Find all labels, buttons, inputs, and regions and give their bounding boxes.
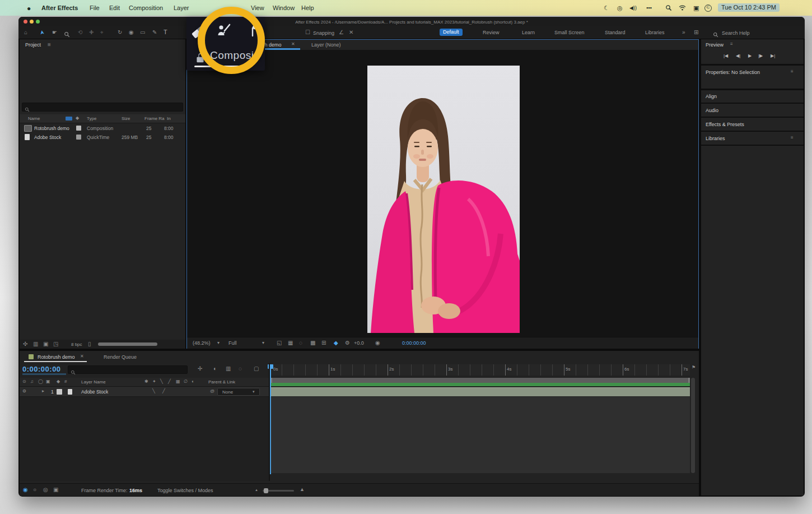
menubar-edit[interactable]: Edit (109, 5, 120, 11)
workspace-tab-learn[interactable]: Learn (522, 30, 535, 35)
label-column-icon[interactable]: ◆ (57, 379, 60, 384)
menubar-clock[interactable]: Tue Oct 10 2:43 PM (718, 3, 780, 12)
next-frame-button[interactable]: |▶ (758, 54, 763, 58)
index-column-icon[interactable]: # (64, 379, 67, 384)
show-channels-icon[interactable]: ▩ (310, 340, 315, 346)
switch-icon-3d[interactable]: ∅ (184, 379, 188, 384)
menubar-composition[interactable]: Composition (129, 5, 163, 11)
search-help-input[interactable]: Search Help (722, 31, 750, 36)
project-row-composition[interactable]: Rotobrush demo Composition 25 8:00 (20, 124, 185, 132)
composition-viewer[interactable] (187, 50, 698, 337)
parent-dropdown[interactable]: None ▾ (217, 388, 260, 396)
layer-label-chip[interactable] (57, 389, 62, 395)
libraries-menu-icon[interactable]: ≡ (791, 136, 794, 140)
parent-pickwhip-icon[interactable]: @ (210, 389, 214, 393)
properties-panel-header[interactable]: Properties: No Selection (706, 70, 760, 75)
graph-editor-icon[interactable]: ▢ (254, 366, 259, 372)
shy-layers-icon[interactable]: ◖ (213, 366, 216, 372)
previous-frame-button[interactable]: ◀| (736, 54, 740, 58)
switch-icon-motionblur[interactable]: ╱ (168, 379, 171, 384)
menubar-layer[interactable]: Layer (174, 5, 189, 11)
align-panel-header[interactable]: Align (706, 94, 717, 99)
toggle-icon-1[interactable]: ◉ (23, 487, 28, 493)
layer-name-header[interactable]: Layer Name (81, 380, 106, 385)
pixel-aspect-icon[interactable]: ⊞ (321, 340, 326, 346)
timeline-comp-tab[interactable]: Rotobrush demo (38, 355, 75, 360)
hand-tool-icon[interactable]: ☛ (52, 30, 57, 35)
layer-row[interactable]: ⊙ ▸ 1 Adobe Stock ╲ ╱ @ None ▾ (20, 387, 269, 397)
search-help-icon[interactable] (713, 30, 718, 40)
selection-tool-icon[interactable]: ➤ (39, 30, 45, 35)
eye-icon[interactable]: ⊙ (22, 379, 26, 384)
effects-presets-panel-header[interactable]: Effects & Presets (706, 122, 744, 127)
dolly-camera-tool-icon[interactable]: ⌖ (100, 30, 104, 35)
libraries-panel-header[interactable]: Libraries (706, 136, 725, 141)
gear-icon[interactable]: ⚙ (345, 340, 350, 346)
layer-name[interactable]: Adobe Stock (81, 390, 108, 395)
control-center-icon[interactable]: ◎ (617, 5, 623, 11)
wifi-icon[interactable] (679, 5, 686, 12)
viewer-timecode[interactable]: 0:00:00:00 (402, 341, 426, 346)
label-column-icon[interactable]: ◆ (76, 116, 79, 121)
new-composition-icon[interactable]: ▣ (43, 341, 48, 347)
column-frame-rate[interactable]: Frame Ra (144, 117, 165, 121)
workspace-tab-default[interactable]: Default (440, 29, 463, 36)
camera-tool-icon[interactable]: ◉ (129, 30, 134, 35)
3d-view-icon[interactable]: ◆ (334, 340, 338, 346)
timeline-search-input[interactable] (68, 365, 188, 374)
label-chip[interactable] (76, 135, 81, 140)
snap-angle-icon[interactable]: ∠ (339, 30, 344, 35)
exposure-value[interactable]: +0.0 (354, 341, 364, 346)
pan-camera-tool-icon[interactable]: ✚ (89, 30, 94, 35)
current-timecode[interactable]: 0:00:00:00 (22, 365, 61, 373)
sync-icon[interactable]: C (704, 4, 712, 12)
transparency-grid-icon[interactable]: ▦ (288, 340, 293, 346)
column-in-point[interactable]: In (167, 117, 171, 121)
project-row-footage[interactable]: Adobe Stock QuickTime 259 MB 25 8:00 (20, 133, 185, 141)
layer-switch-motionblur[interactable]: ╱ (162, 389, 165, 393)
close-tab-icon[interactable]: ✕ (291, 42, 295, 47)
toggle-icon-3[interactable]: ◎ (43, 487, 48, 493)
layer-visibility-eye-icon[interactable]: ⊙ (22, 389, 26, 393)
interpret-footage-icon[interactable]: ✣ (23, 341, 27, 347)
zoom-slider-thumb[interactable] (264, 488, 268, 493)
zoom-in-mountain-icon[interactable]: ▲ (300, 487, 305, 492)
toggle-switches-modes-button[interactable]: Toggle Switches / Modes (157, 488, 213, 493)
composition-flowchart-icon[interactable]: ✢ (198, 366, 202, 372)
vertical-scrollbar[interactable] (691, 378, 695, 473)
toggle-icon-4[interactable]: ▣ (53, 487, 58, 493)
menubar-app-name[interactable]: After Effects (41, 5, 78, 11)
column-size[interactable]: Size (122, 117, 130, 121)
project-tab[interactable]: Project (25, 43, 41, 48)
chevron-down-icon[interactable]: ▾ (262, 341, 264, 345)
color-depth-button[interactable]: 8 bpc (71, 342, 82, 347)
snapping-checkbox[interactable]: ☐ (305, 30, 310, 35)
layer-tab[interactable]: Layer (None) (311, 43, 341, 48)
pen-tool-icon[interactable]: ✎ (152, 30, 157, 35)
menubar-view[interactable]: View (251, 5, 264, 11)
chevron-down-icon[interactable]: ▾ (217, 341, 220, 345)
solo-icon[interactable]: ◯ (38, 379, 43, 384)
type-tool-icon[interactable]: T (164, 29, 167, 35)
workspace-grid-icon[interactable]: ⊞ (694, 30, 698, 35)
workspace-tab-libraries[interactable]: Libraries (645, 30, 665, 35)
dnd-moon-icon[interactable]: ☾ (604, 5, 609, 11)
column-name[interactable]: Name (28, 117, 40, 121)
close-tab-icon[interactable]: ✕ (80, 354, 84, 359)
time-ruler[interactable]: 0s 1s 2s 3s 4s 5s 6s 7s (270, 364, 690, 376)
motion-blur-icon[interactable]: ◌ (239, 366, 242, 372)
snap-close-icon[interactable]: ✕ (349, 30, 353, 35)
lock-icon[interactable]: ▣ (46, 379, 50, 384)
workspace-tab-small-screen[interactable]: Small Screen (554, 30, 585, 35)
project-search-input[interactable] (22, 103, 183, 112)
audio-icon[interactable]: ♫ (30, 379, 34, 384)
region-of-interest-icon[interactable]: ◌ (299, 340, 302, 346)
layer-switch-frameblend[interactable]: ╲ (152, 389, 155, 393)
frame-blending-icon[interactable]: ▥ (226, 366, 231, 372)
preview-panel-header[interactable]: Preview (706, 43, 724, 48)
parent-link-header[interactable]: Parent & Link (208, 380, 235, 385)
volume-icon[interactable]: ◀)) (629, 6, 637, 11)
layer-duration-bar[interactable] (270, 387, 690, 396)
mask-tool-icon[interactable]: ▭ (140, 30, 145, 35)
zoom-tool-icon[interactable] (64, 30, 70, 40)
